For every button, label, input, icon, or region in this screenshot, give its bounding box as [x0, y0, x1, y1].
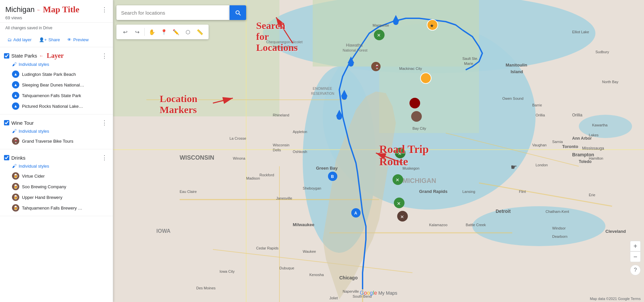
map-views: 69 views: [5, 15, 107, 20]
svg-text:Waukee: Waukee: [303, 249, 316, 253]
sidebar-actions: 🗂 Add layer 👤+ Share 👁 Preview: [0, 33, 113, 47]
layer-drinks-menu[interactable]: ⋮: [101, 154, 107, 161]
search-icon: [235, 9, 241, 16]
svg-text:Island: Island: [511, 69, 523, 74]
line-tool-button[interactable]: ✏️: [171, 27, 181, 37]
list-item[interactable]: 🍺 Upper Hand Brewery: [0, 192, 113, 203]
list-item[interactable]: 🍺 Soo Brewing Company: [0, 181, 113, 192]
help-button[interactable]: ?: [630, 265, 641, 275]
layer-wine-tour-styles[interactable]: 🖌 Individual styles: [0, 128, 113, 136]
marker-blue-icon: ▲: [12, 92, 19, 99]
layer-wine-tour-name: Wine Tour: [11, 120, 34, 126]
svg-point-98: [348, 61, 354, 67]
svg-text:Milwaukee: Milwaukee: [293, 222, 314, 227]
layer-state-parks-menu[interactable]: ⋮: [101, 52, 107, 60]
svg-point-114: [409, 98, 420, 108]
svg-text:Kawartha: Kawartha: [592, 123, 608, 127]
svg-text:Appleton: Appleton: [293, 130, 307, 134]
preview-label: Preview: [73, 37, 88, 42]
svg-text:Eau Claire: Eau Claire: [180, 190, 197, 194]
google-g-yellow: o: [367, 290, 370, 296]
search-button[interactable]: [230, 5, 246, 20]
svg-text:A: A: [354, 211, 357, 216]
svg-text:Sarnia: Sarnia: [552, 140, 563, 144]
svg-text:Green Bay: Green Bay: [316, 166, 338, 171]
list-item[interactable]: ▲ Pictured Rocks National Lake…: [0, 101, 113, 111]
map-menu-icon[interactable]: ⋮: [101, 6, 107, 13]
undo-button[interactable]: ↩: [120, 27, 130, 37]
svg-text:Lakes: Lakes: [589, 133, 599, 137]
list-item[interactable]: ▲ Ludington State Park Beach: [0, 69, 113, 79]
svg-text:Barrie: Barrie: [532, 103, 542, 107]
search-input[interactable]: [116, 5, 230, 20]
list-item[interactable]: 🍷 Grand Traverse Bike Tours: [0, 136, 113, 146]
layer-drinks-checkbox[interactable]: [4, 155, 9, 160]
svg-text:🍷: 🍷: [375, 64, 380, 69]
list-item[interactable]: 🍺 Virtue Cider: [0, 171, 113, 181]
zoom-controls: + −: [630, 241, 641, 262]
styles-icon: 🖌: [12, 128, 17, 134]
svg-text:Detroit: Detroit: [496, 209, 511, 214]
share-button[interactable]: 👤+ Share: [37, 36, 62, 44]
layer-item-text: Ludington State Park Beach: [22, 72, 76, 77]
layer-item-text: Virtue Cider: [22, 174, 45, 179]
svg-text:Marie: Marie: [464, 62, 473, 66]
marker-blue-icon: ▲: [12, 71, 19, 78]
zoom-out-button[interactable]: −: [630, 251, 641, 262]
svg-text:Kenosha: Kenosha: [309, 273, 324, 277]
svg-text:Muskegon: Muskegon: [402, 166, 419, 170]
svg-text:Orillia: Orillia: [536, 113, 545, 117]
preview-button[interactable]: 👁 Preview: [65, 36, 90, 44]
layer-drinks-name: Drinks: [11, 155, 26, 161]
layer-state-parks-checkbox[interactable]: [4, 53, 9, 59]
svg-text:MICHIGAN: MICHIGAN: [402, 177, 436, 184]
toolbar-divider: [144, 28, 145, 36]
marker-brown-icon: 🍷: [12, 137, 19, 145]
measure-tool-button[interactable]: 📏: [195, 27, 205, 37]
layer-wine-tour-menu[interactable]: ⋮: [101, 119, 107, 126]
layer-drinks-styles[interactable]: 🖌 Individual styles: [0, 163, 113, 171]
hand-tool-button[interactable]: ✋: [147, 27, 157, 37]
map-area[interactable]: WISCONSIN MICHIGAN Hiawatha National For…: [113, 0, 644, 302]
map-attribution: Map data ©2021 Google Terms: [590, 297, 641, 301]
share-icon: 👤+: [39, 37, 47, 42]
layer-state-parks: State Parks ← Layer ⋮ 🖌 Individual style…: [0, 47, 113, 114]
filter-tool-button[interactable]: ⬡: [183, 27, 193, 37]
layer-state-parks-styles[interactable]: 🖌 Individual styles: [0, 61, 113, 69]
svg-text:Cleveland: Cleveland: [605, 229, 626, 234]
layer-drinks-header: Drinks ⋮: [0, 152, 113, 163]
redo-button[interactable]: ↪: [132, 27, 142, 37]
marker-brown-icon: 🍺: [12, 183, 19, 190]
list-item[interactable]: 🍺 Tahquamenon Falls Brewery …: [0, 203, 113, 213]
svg-text:Battle Creek: Battle Creek: [466, 223, 486, 227]
add-layer-button[interactable]: 🗂 Add layer: [5, 36, 34, 44]
point-tool-button[interactable]: 📍: [159, 27, 169, 37]
layer-wine-tour-checkbox[interactable]: [4, 120, 9, 125]
marker-brown-icon: 🍺: [12, 204, 19, 212]
svg-point-94: [342, 94, 347, 100]
svg-text:Dells: Dells: [273, 148, 281, 152]
list-item[interactable]: ▲ Tahquamenon Falls State Park: [0, 90, 113, 101]
svg-text:Oshkosh: Oshkosh: [293, 150, 307, 154]
sidebar: Michigan ← Map Title ⋮ 69 views All chan…: [0, 0, 113, 302]
individual-styles-label-3: Individual styles: [19, 164, 49, 169]
svg-text:Manitoulin: Manitoulin: [506, 63, 527, 68]
zoom-in-button[interactable]: +: [630, 241, 641, 251]
svg-text:☛: ☛: [511, 163, 517, 171]
preview-icon: 👁: [67, 37, 72, 42]
svg-text:✕: ✕: [377, 33, 381, 38]
svg-text:Elliot Lake: Elliot Lake: [572, 30, 589, 34]
google-g-blue: G: [360, 290, 364, 296]
search-bar: [116, 5, 246, 20]
individual-styles-label-2: Individual styles: [19, 129, 49, 134]
add-layer-icon: 🗂: [7, 37, 12, 42]
svg-text:Mississauga: Mississauga: [582, 146, 604, 151]
svg-point-113: [420, 73, 431, 83]
svg-text:London: London: [536, 163, 548, 167]
individual-styles-label-1: Individual styles: [19, 62, 49, 67]
svg-text:✕: ✕: [398, 151, 402, 156]
svg-text:Hiawatha: Hiawatha: [346, 43, 363, 48]
svg-text:Windsor: Windsor: [552, 226, 566, 230]
svg-text:North Bay: North Bay: [602, 80, 618, 84]
list-item[interactable]: ▲ Sleeping Bear Dunes National…: [0, 79, 113, 90]
